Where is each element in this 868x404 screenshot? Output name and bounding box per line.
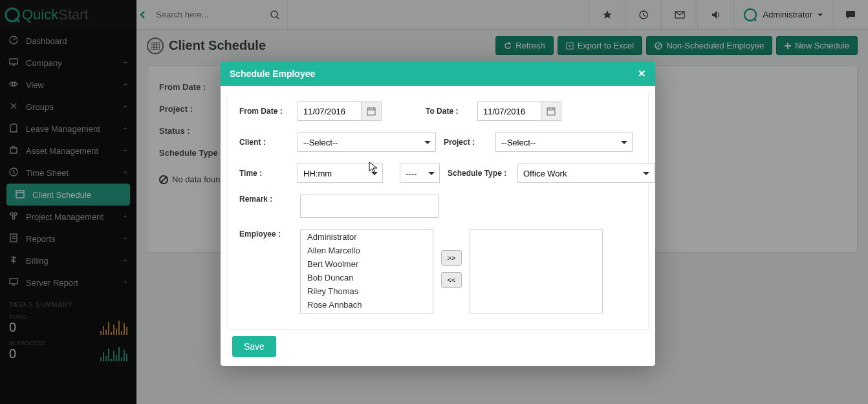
save-button[interactable]: Save [232, 336, 276, 357]
employee-target-list[interactable] [470, 229, 603, 314]
project-label: Project : [444, 138, 490, 147]
modal-header: Schedule Employee ✕ [221, 61, 655, 86]
employee-option[interactable]: Bert Woolmer [301, 257, 433, 271]
schedule-type-select[interactable]: Office Work [517, 164, 655, 183]
client-label: Client : [239, 138, 292, 147]
svg-rect-18 [367, 108, 375, 115]
move-right-button[interactable]: >> [441, 250, 462, 266]
remark-textarea[interactable] [300, 195, 439, 218]
calendar-icon [547, 107, 556, 116]
from-date-picker-button[interactable] [361, 101, 382, 121]
time-from-select[interactable]: HH:mm [298, 164, 383, 183]
modal-close-button[interactable]: ✕ [638, 68, 646, 80]
employee-label: Employee : [239, 229, 292, 239]
svg-rect-19 [547, 108, 555, 115]
schedule-type-label: Schedule Type : [448, 169, 512, 178]
employee-option[interactable]: Bob Duncan [301, 271, 433, 284]
to-date-picker-button[interactable] [541, 101, 561, 121]
modal-title: Schedule Employee [230, 69, 315, 79]
project-select[interactable]: --Select-- [495, 133, 633, 152]
employee-option[interactable]: Rose Annbach [301, 298, 433, 312]
calendar-icon [367, 107, 376, 116]
remark-label: Remark : [239, 195, 292, 204]
move-left-button[interactable]: << [441, 272, 462, 288]
employee-option[interactable]: Administrator [301, 230, 433, 244]
time-label: Time : [239, 169, 292, 178]
employee-source-list[interactable]: AdministratorAllen MarcelloBert WoolmerB… [300, 229, 433, 314]
employee-option[interactable]: Riley Thomas [301, 284, 433, 298]
time-to-select[interactable]: ---- [400, 164, 440, 183]
schedule-employee-modal: Schedule Employee ✕ From Date : To Date … [221, 61, 655, 366]
employee-option[interactable]: Allen Marcello [301, 244, 433, 257]
to-date-label: To Date : [426, 107, 472, 116]
client-select[interactable]: --Select-- [298, 133, 436, 152]
to-date-input[interactable] [477, 101, 541, 121]
from-date-input[interactable] [298, 101, 361, 121]
from-date-label: From Date : [239, 107, 292, 116]
